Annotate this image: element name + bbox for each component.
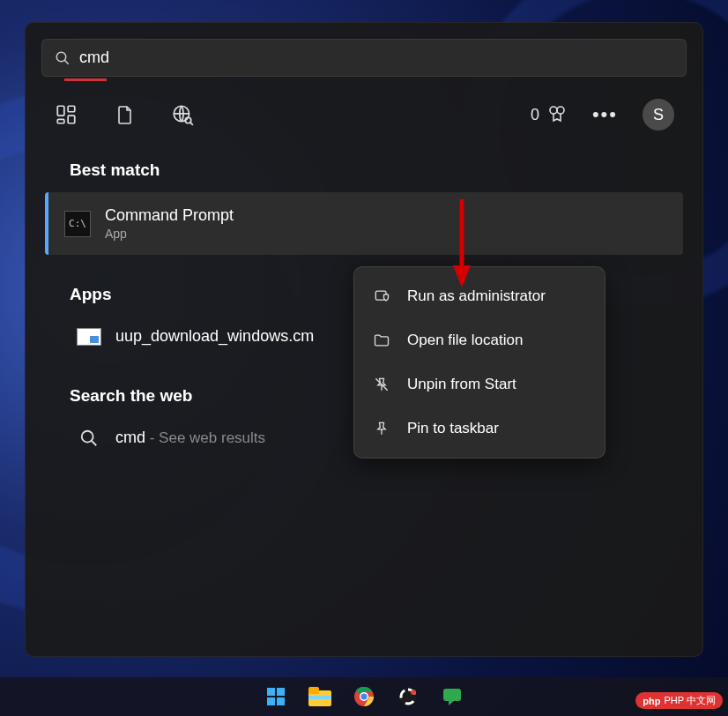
svg-rect-19 bbox=[267, 688, 275, 696]
taskbar-explorer-icon[interactable] bbox=[308, 684, 332, 709]
cmd-file-icon bbox=[77, 328, 101, 346]
menu-label: Open file location bbox=[407, 332, 523, 349]
svg-rect-25 bbox=[308, 696, 331, 699]
svg-line-8 bbox=[190, 123, 193, 125]
svg-point-30 bbox=[411, 690, 416, 695]
svg-point-10 bbox=[557, 107, 564, 114]
filter-documents-icon[interactable] bbox=[112, 102, 137, 127]
app-result-label: uup_download_windows.cm bbox=[115, 327, 314, 346]
result-subtitle: App bbox=[105, 227, 234, 241]
rewards-count: 0 bbox=[531, 106, 539, 124]
filter-row: 0 ••• S bbox=[26, 81, 702, 131]
menu-pin-to-taskbar[interactable]: Pin to taskbar bbox=[354, 406, 605, 451]
svg-rect-3 bbox=[68, 106, 75, 112]
context-menu: Run as administrator Open file location … bbox=[353, 266, 605, 459]
svg-point-28 bbox=[360, 693, 367, 699]
best-match-result[interactable]: C:\ Command Prompt App bbox=[45, 192, 683, 255]
search-icon bbox=[77, 429, 101, 447]
svg-rect-2 bbox=[57, 106, 64, 116]
svg-rect-4 bbox=[68, 116, 75, 123]
svg-rect-20 bbox=[277, 688, 285, 696]
pin-icon bbox=[372, 419, 391, 438]
svg-point-11 bbox=[82, 430, 93, 442]
svg-line-12 bbox=[92, 440, 97, 445]
menu-label: Run as administrator bbox=[407, 287, 546, 305]
more-options-icon[interactable]: ••• bbox=[592, 103, 618, 126]
web-term: cmd bbox=[115, 429, 145, 446]
taskbar-chat-icon[interactable] bbox=[440, 684, 464, 709]
search-bar[interactable] bbox=[41, 39, 687, 77]
menu-label: Unpin from Start bbox=[407, 376, 516, 393]
shield-icon bbox=[372, 287, 391, 306]
search-input[interactable] bbox=[79, 48, 673, 67]
svg-marker-32 bbox=[449, 701, 454, 705]
search-icon bbox=[55, 50, 71, 66]
section-best-match: Best match bbox=[26, 131, 702, 192]
svg-rect-24 bbox=[308, 687, 319, 694]
watermark-badge: php PHP 中文网 bbox=[635, 692, 723, 709]
web-suffix: - See web results bbox=[145, 429, 265, 446]
medal-icon bbox=[546, 104, 568, 125]
svg-rect-5 bbox=[57, 119, 64, 123]
command-prompt-icon: C:\ bbox=[64, 211, 91, 237]
svg-rect-31 bbox=[443, 689, 461, 701]
result-title: Command Prompt bbox=[105, 206, 234, 225]
user-avatar[interactable]: S bbox=[643, 99, 674, 131]
taskbar bbox=[0, 677, 728, 716]
menu-unpin-from-start[interactable]: Unpin from Start bbox=[354, 362, 605, 406]
taskbar-app-icon[interactable] bbox=[396, 684, 420, 709]
svg-point-0 bbox=[56, 52, 66, 62]
filter-web-icon[interactable] bbox=[170, 102, 195, 127]
svg-point-9 bbox=[550, 107, 557, 114]
menu-label: Pin to taskbar bbox=[407, 420, 499, 437]
folder-icon bbox=[372, 331, 391, 350]
svg-line-1 bbox=[64, 60, 69, 64]
filter-apps-icon[interactable] bbox=[54, 102, 78, 127]
taskbar-start-icon[interactable] bbox=[264, 684, 288, 709]
svg-rect-21 bbox=[267, 697, 275, 705]
rewards-badge[interactable]: 0 bbox=[531, 104, 568, 125]
svg-rect-22 bbox=[277, 697, 285, 705]
menu-open-file-location[interactable]: Open file location bbox=[354, 318, 605, 362]
unpin-icon bbox=[372, 375, 391, 394]
taskbar-chrome-icon[interactable] bbox=[352, 684, 376, 709]
menu-run-as-admin[interactable]: Run as administrator bbox=[354, 274, 605, 318]
windows-search-panel: 0 ••• S Best match C:\ Command Prompt Ap… bbox=[25, 22, 703, 657]
